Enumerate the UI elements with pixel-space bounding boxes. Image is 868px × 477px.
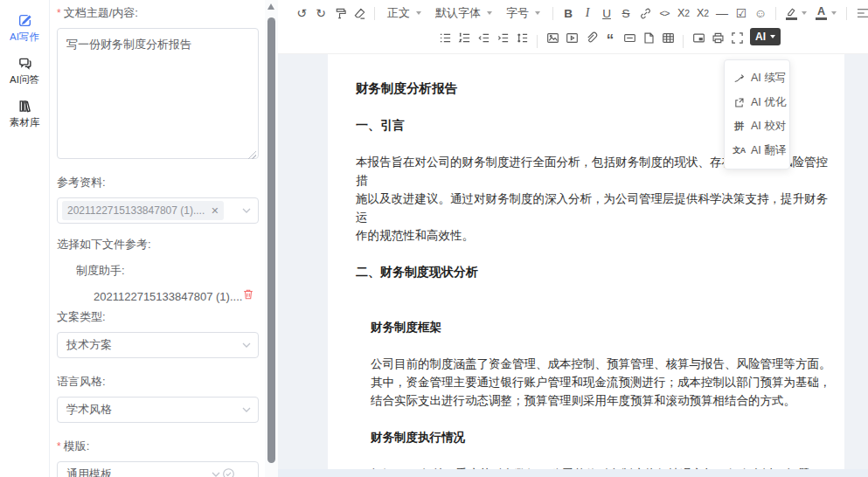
clear-format-icon[interactable]	[351, 3, 369, 23]
chevron-down-icon	[242, 208, 250, 213]
continue-writing-icon	[733, 73, 746, 84]
highlight-color-select[interactable]	[781, 3, 811, 23]
doc-heading-status: 二、财务制度现状分析	[356, 263, 836, 281]
panel-scrollbar[interactable]	[265, 0, 278, 477]
remove-tag-icon[interactable]: ✕	[211, 206, 219, 216]
sidebar-item-label: 素材库	[10, 116, 40, 129]
chevron-down-icon	[770, 35, 775, 38]
blockquote-icon[interactable]: “	[601, 28, 620, 47]
highlight-pen-icon	[786, 7, 797, 20]
paragraph-style-select[interactable]: 正文	[380, 3, 428, 23]
link-icon[interactable]	[636, 3, 655, 23]
line-height-icon[interactable]	[513, 28, 531, 47]
ai-tools-button[interactable]: AI	[750, 28, 781, 45]
reference-file-tag: 2021122715133847807 (1).... ✕	[62, 201, 224, 220]
chevron-down-icon	[535, 11, 540, 15]
menu-item-ai-optimize[interactable]: AI 优化	[725, 91, 789, 115]
doc-subheading-framework: 财务制度框架	[371, 318, 836, 336]
reference-label: 参考资料:	[57, 175, 259, 190]
page-break-icon[interactable]	[640, 28, 658, 47]
superscript-icon[interactable]: X2	[694, 3, 712, 23]
unordered-list-icon[interactable]	[436, 28, 455, 47]
sidebar-item-ai-write[interactable]: AI写作	[0, 7, 49, 50]
outdent-icon[interactable]	[475, 28, 493, 47]
toolbar-divider	[552, 7, 553, 20]
font-color-icon: A	[816, 6, 827, 21]
bottom-strip	[278, 469, 868, 477]
template-valid-icon	[222, 467, 235, 477]
scroll-up-arrow[interactable]	[267, 3, 274, 10]
undo-icon[interactable]: ↺	[293, 3, 311, 23]
resize-handle[interactable]	[248, 151, 256, 159]
menu-item-ai-proofread[interactable]: 拼 AI 校对	[725, 114, 789, 139]
optimize-icon	[733, 97, 746, 108]
toolbar-divider	[775, 7, 776, 20]
language-style-select[interactable]: 学术风格	[57, 397, 259, 423]
divider-block-icon[interactable]	[621, 28, 639, 47]
font-size-select[interactable]: 字号	[499, 3, 547, 23]
insert-table-icon[interactable]	[659, 28, 677, 47]
toolbar-divider	[374, 7, 375, 20]
alignment-select[interactable]	[852, 3, 868, 23]
horizontal-rule-icon[interactable]: —	[713, 3, 732, 23]
chevron-down-icon	[212, 472, 219, 477]
doc-type-label: 文案类型:	[57, 309, 259, 325]
sidebar-item-label: AI问答	[10, 73, 39, 86]
doc-subheading-execution: 财务制度执行情况	[371, 428, 836, 446]
doc-type-select[interactable]: 技术方案	[57, 332, 259, 358]
selected-file-row: 2021122715133847807 (1)....	[57, 288, 259, 304]
subscript-icon[interactable]: X2	[675, 3, 693, 23]
toolbar-divider	[846, 7, 847, 20]
editor-toolbar: ↺ ↻ 正文 默认字体 字号 B	[278, 0, 868, 54]
menu-item-ai-translate[interactable]: 文A AI 翻译	[725, 139, 789, 163]
scrollbar-thumb[interactable]	[267, 17, 275, 463]
indent-icon[interactable]	[494, 28, 512, 47]
chat-bubbles-icon	[17, 56, 32, 71]
toolbar-row-1: ↺ ↻ 正文 默认字体 字号 B	[278, 0, 868, 26]
bold-button[interactable]: B	[559, 3, 578, 23]
doc-paragraph: 公司目前的制度涵盖了资金管理、成本控制、预算管理、核算与报告、风险管理等方面。 …	[371, 355, 836, 410]
doc-pen-icon	[17, 13, 32, 28]
font-color-select[interactable]: A	[811, 3, 841, 23]
sidebar-item-material-library[interactable]: 素材库	[0, 93, 49, 135]
chevron-down-icon	[242, 342, 250, 348]
print-icon[interactable]	[709, 28, 727, 47]
preview-pane-icon[interactable]	[690, 28, 708, 47]
topic-input[interactable]: 写一份财务制度分析报告	[57, 28, 259, 159]
code-icon[interactable]: <>	[656, 3, 674, 23]
toolbar-divider	[683, 35, 684, 48]
proofread-icon: 拼	[733, 120, 746, 133]
template-label: *模版:	[57, 439, 259, 454]
font-family-select[interactable]: 默认字体	[428, 3, 499, 23]
toolbar-row-2: “	[278, 26, 868, 54]
sidebar-item-label: AI写作	[10, 31, 39, 44]
reference-select[interactable]: 2021122715133847807 (1).... ✕	[57, 197, 259, 224]
insert-video-icon[interactable]	[563, 28, 581, 47]
sidebar-item-ai-qa[interactable]: AI问答	[0, 50, 49, 93]
nav-sidebar: AI写作 AI问答 素材库	[0, 0, 50, 477]
required-asterisk: *	[57, 7, 61, 19]
app-window: AI写作 AI问答 素材库 *文档主题/内容: 写一份财务制度分析报告 参考资料…	[0, 0, 868, 477]
attachment-icon[interactable]	[582, 28, 601, 47]
insert-image-icon[interactable]	[544, 28, 562, 47]
template-select[interactable]: 通用模板	[57, 461, 259, 477]
writing-form-panel: *文档主题/内容: 写一份财务制度分析报告 参考资料: 202112271513…	[50, 0, 265, 477]
language-style-label: 语言风格:	[57, 374, 259, 390]
redo-icon[interactable]: ↻	[312, 3, 330, 23]
underline-button[interactable]: U	[598, 3, 616, 23]
menu-item-ai-continue[interactable]: AI 续写	[725, 66, 789, 91]
selected-file-name: 2021122715133847807 (1)....	[57, 290, 242, 303]
italic-button[interactable]: I	[579, 3, 597, 23]
file-group-label: 制度助手:	[57, 263, 259, 279]
chevron-down-icon	[487, 11, 492, 15]
format-painter-icon[interactable]	[331, 3, 350, 23]
fullscreen-icon[interactable]	[728, 28, 746, 47]
emoji-icon[interactable]: ☺	[752, 3, 770, 23]
ordered-list-icon[interactable]	[455, 28, 474, 47]
strikethrough-button[interactable]: S	[617, 3, 635, 23]
delete-file-icon[interactable]	[242, 288, 254, 304]
task-checkbox-icon[interactable]: ☑	[733, 3, 751, 23]
chevron-down-icon	[416, 11, 421, 15]
ai-tools-menu: AI 续写 AI 优化 拼 AI 校对 文A AI 翻译	[724, 59, 790, 169]
translate-icon: 文A	[733, 145, 746, 156]
